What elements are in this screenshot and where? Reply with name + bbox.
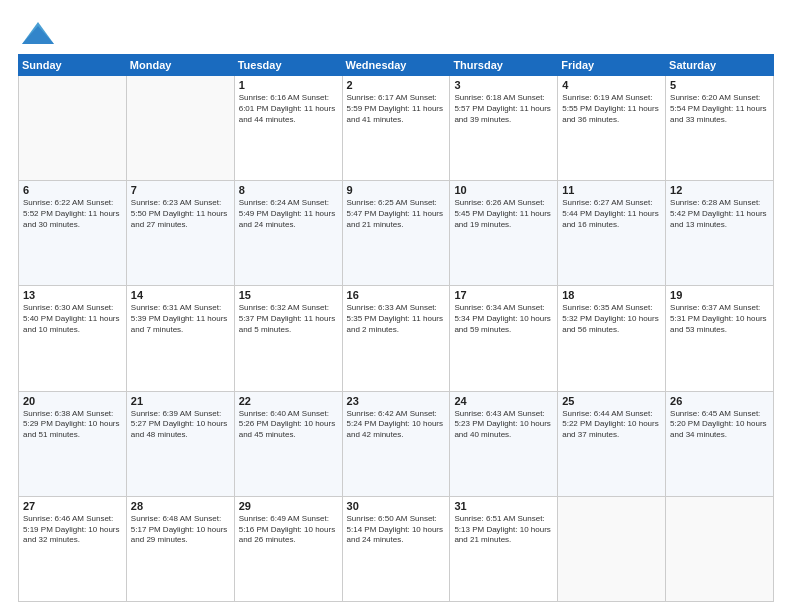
calendar-week-5: 27Sunrise: 6:46 AM Sunset: 5:19 PM Dayli…	[19, 496, 774, 601]
header	[18, 18, 774, 46]
calendar-cell: 29Sunrise: 6:49 AM Sunset: 5:16 PM Dayli…	[234, 496, 342, 601]
calendar-cell: 19Sunrise: 6:37 AM Sunset: 5:31 PM Dayli…	[666, 286, 774, 391]
calendar-cell: 26Sunrise: 6:45 AM Sunset: 5:20 PM Dayli…	[666, 391, 774, 496]
calendar-table: SundayMondayTuesdayWednesdayThursdayFrid…	[18, 54, 774, 602]
day-info: Sunrise: 6:40 AM Sunset: 5:26 PM Dayligh…	[239, 409, 338, 441]
calendar-cell: 20Sunrise: 6:38 AM Sunset: 5:29 PM Dayli…	[19, 391, 127, 496]
day-number: 10	[454, 184, 553, 196]
day-info: Sunrise: 6:50 AM Sunset: 5:14 PM Dayligh…	[347, 514, 446, 546]
day-number: 15	[239, 289, 338, 301]
day-info: Sunrise: 6:48 AM Sunset: 5:17 PM Dayligh…	[131, 514, 230, 546]
calendar-cell	[666, 496, 774, 601]
day-number: 21	[131, 395, 230, 407]
calendar-cell: 21Sunrise: 6:39 AM Sunset: 5:27 PM Dayli…	[126, 391, 234, 496]
calendar-cell: 24Sunrise: 6:43 AM Sunset: 5:23 PM Dayli…	[450, 391, 558, 496]
calendar-cell: 30Sunrise: 6:50 AM Sunset: 5:14 PM Dayli…	[342, 496, 450, 601]
day-number: 1	[239, 79, 338, 91]
day-info: Sunrise: 6:16 AM Sunset: 6:01 PM Dayligh…	[239, 93, 338, 125]
day-number: 5	[670, 79, 769, 91]
calendar-cell	[126, 76, 234, 181]
day-info: Sunrise: 6:32 AM Sunset: 5:37 PM Dayligh…	[239, 303, 338, 335]
day-info: Sunrise: 6:43 AM Sunset: 5:23 PM Dayligh…	[454, 409, 553, 441]
day-info: Sunrise: 6:17 AM Sunset: 5:59 PM Dayligh…	[347, 93, 446, 125]
day-number: 9	[347, 184, 446, 196]
day-number: 16	[347, 289, 446, 301]
calendar-week-1: 1Sunrise: 6:16 AM Sunset: 6:01 PM Daylig…	[19, 76, 774, 181]
calendar-cell: 15Sunrise: 6:32 AM Sunset: 5:37 PM Dayli…	[234, 286, 342, 391]
day-number: 31	[454, 500, 553, 512]
day-info: Sunrise: 6:26 AM Sunset: 5:45 PM Dayligh…	[454, 198, 553, 230]
calendar-cell: 9Sunrise: 6:25 AM Sunset: 5:47 PM Daylig…	[342, 181, 450, 286]
calendar-cell	[558, 496, 666, 601]
day-number: 25	[562, 395, 661, 407]
day-info: Sunrise: 6:24 AM Sunset: 5:49 PM Dayligh…	[239, 198, 338, 230]
weekday-header-sunday: Sunday	[19, 55, 127, 76]
day-number: 14	[131, 289, 230, 301]
day-info: Sunrise: 6:25 AM Sunset: 5:47 PM Dayligh…	[347, 198, 446, 230]
calendar-week-4: 20Sunrise: 6:38 AM Sunset: 5:29 PM Dayli…	[19, 391, 774, 496]
day-number: 6	[23, 184, 122, 196]
day-info: Sunrise: 6:30 AM Sunset: 5:40 PM Dayligh…	[23, 303, 122, 335]
day-number: 22	[239, 395, 338, 407]
weekday-header-monday: Monday	[126, 55, 234, 76]
day-number: 8	[239, 184, 338, 196]
day-number: 4	[562, 79, 661, 91]
day-number: 3	[454, 79, 553, 91]
day-number: 11	[562, 184, 661, 196]
day-number: 20	[23, 395, 122, 407]
weekday-header-thursday: Thursday	[450, 55, 558, 76]
day-number: 24	[454, 395, 553, 407]
svg-marker-1	[22, 26, 54, 44]
day-info: Sunrise: 6:39 AM Sunset: 5:27 PM Dayligh…	[131, 409, 230, 441]
weekday-header-tuesday: Tuesday	[234, 55, 342, 76]
page: SundayMondayTuesdayWednesdayThursdayFrid…	[0, 0, 792, 612]
day-number: 12	[670, 184, 769, 196]
day-info: Sunrise: 6:37 AM Sunset: 5:31 PM Dayligh…	[670, 303, 769, 335]
calendar-cell: 2Sunrise: 6:17 AM Sunset: 5:59 PM Daylig…	[342, 76, 450, 181]
day-info: Sunrise: 6:38 AM Sunset: 5:29 PM Dayligh…	[23, 409, 122, 441]
calendar-cell: 1Sunrise: 6:16 AM Sunset: 6:01 PM Daylig…	[234, 76, 342, 181]
day-number: 27	[23, 500, 122, 512]
day-number: 18	[562, 289, 661, 301]
calendar-week-3: 13Sunrise: 6:30 AM Sunset: 5:40 PM Dayli…	[19, 286, 774, 391]
day-info: Sunrise: 6:46 AM Sunset: 5:19 PM Dayligh…	[23, 514, 122, 546]
logo-icon	[18, 18, 56, 46]
calendar-cell: 3Sunrise: 6:18 AM Sunset: 5:57 PM Daylig…	[450, 76, 558, 181]
calendar-cell: 7Sunrise: 6:23 AM Sunset: 5:50 PM Daylig…	[126, 181, 234, 286]
day-info: Sunrise: 6:19 AM Sunset: 5:55 PM Dayligh…	[562, 93, 661, 125]
day-info: Sunrise: 6:20 AM Sunset: 5:54 PM Dayligh…	[670, 93, 769, 125]
day-info: Sunrise: 6:33 AM Sunset: 5:35 PM Dayligh…	[347, 303, 446, 335]
day-info: Sunrise: 6:27 AM Sunset: 5:44 PM Dayligh…	[562, 198, 661, 230]
calendar-cell: 14Sunrise: 6:31 AM Sunset: 5:39 PM Dayli…	[126, 286, 234, 391]
day-number: 2	[347, 79, 446, 91]
day-info: Sunrise: 6:18 AM Sunset: 5:57 PM Dayligh…	[454, 93, 553, 125]
calendar-cell: 17Sunrise: 6:34 AM Sunset: 5:34 PM Dayli…	[450, 286, 558, 391]
calendar-cell	[19, 76, 127, 181]
day-info: Sunrise: 6:22 AM Sunset: 5:52 PM Dayligh…	[23, 198, 122, 230]
day-info: Sunrise: 6:44 AM Sunset: 5:22 PM Dayligh…	[562, 409, 661, 441]
weekday-header-row: SundayMondayTuesdayWednesdayThursdayFrid…	[19, 55, 774, 76]
day-info: Sunrise: 6:23 AM Sunset: 5:50 PM Dayligh…	[131, 198, 230, 230]
calendar-cell: 11Sunrise: 6:27 AM Sunset: 5:44 PM Dayli…	[558, 181, 666, 286]
day-number: 17	[454, 289, 553, 301]
calendar-cell: 12Sunrise: 6:28 AM Sunset: 5:42 PM Dayli…	[666, 181, 774, 286]
day-info: Sunrise: 6:51 AM Sunset: 5:13 PM Dayligh…	[454, 514, 553, 546]
calendar-cell: 16Sunrise: 6:33 AM Sunset: 5:35 PM Dayli…	[342, 286, 450, 391]
day-info: Sunrise: 6:34 AM Sunset: 5:34 PM Dayligh…	[454, 303, 553, 335]
weekday-header-wednesday: Wednesday	[342, 55, 450, 76]
calendar-cell: 27Sunrise: 6:46 AM Sunset: 5:19 PM Dayli…	[19, 496, 127, 601]
day-info: Sunrise: 6:49 AM Sunset: 5:16 PM Dayligh…	[239, 514, 338, 546]
day-number: 29	[239, 500, 338, 512]
calendar-cell: 4Sunrise: 6:19 AM Sunset: 5:55 PM Daylig…	[558, 76, 666, 181]
calendar-cell: 28Sunrise: 6:48 AM Sunset: 5:17 PM Dayli…	[126, 496, 234, 601]
day-number: 28	[131, 500, 230, 512]
calendar-cell: 25Sunrise: 6:44 AM Sunset: 5:22 PM Dayli…	[558, 391, 666, 496]
weekday-header-friday: Friday	[558, 55, 666, 76]
calendar-cell: 22Sunrise: 6:40 AM Sunset: 5:26 PM Dayli…	[234, 391, 342, 496]
calendar-week-2: 6Sunrise: 6:22 AM Sunset: 5:52 PM Daylig…	[19, 181, 774, 286]
logo	[18, 18, 58, 46]
day-number: 13	[23, 289, 122, 301]
calendar-cell: 23Sunrise: 6:42 AM Sunset: 5:24 PM Dayli…	[342, 391, 450, 496]
calendar-cell: 13Sunrise: 6:30 AM Sunset: 5:40 PM Dayli…	[19, 286, 127, 391]
weekday-header-saturday: Saturday	[666, 55, 774, 76]
